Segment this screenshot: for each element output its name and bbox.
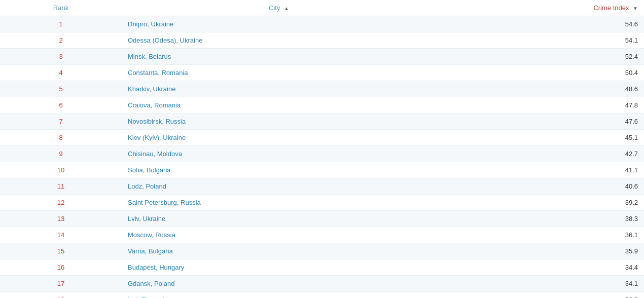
crime-index-cell: 52.4 — [436, 49, 644, 65]
crime-sort-arrow: ▼ — [633, 6, 638, 11]
rank-cell: 2 — [0, 32, 122, 49]
table-row: 4Constanta, Romania50.4 — [0, 65, 644, 81]
city-sort-arrow: ▲ — [284, 6, 289, 11]
table-row: 5Kharkiv, Ukraine48.6 — [0, 81, 644, 97]
crime-index-cell: 50.4 — [436, 65, 644, 81]
crime-index-cell: 47.8 — [436, 97, 644, 114]
table-row: 1Dnipro, Ukraine54.6 — [0, 16, 644, 32]
table-row: 18Iasi, Romania33.3 — [0, 292, 644, 299]
table-body: 1Dnipro, Ukraine54.62Odessa (Odesa), Ukr… — [0, 16, 644, 299]
city-cell[interactable]: Lviv, Ukraine — [122, 211, 436, 227]
rank-cell: 3 — [0, 49, 122, 65]
table-row: 7Novosibirsk, Russia47.6 — [0, 114, 644, 130]
rank-cell: 5 — [0, 81, 122, 97]
table-row: 14Moscow, Russia36.1 — [0, 227, 644, 243]
table-row: 13Lviv, Ukraine38.3 — [0, 211, 644, 227]
table-row: 6Craiova, Romania47.8 — [0, 97, 644, 114]
rank-cell: 16 — [0, 259, 122, 276]
table-row: 9Chisinau, Moldova42.7 — [0, 146, 644, 162]
crime-index-cell: 36.1 — [436, 227, 644, 243]
city-cell[interactable]: Lodz, Poland — [122, 178, 436, 195]
city-cell[interactable]: Novosibirsk, Russia — [122, 114, 436, 130]
rank-cell: 12 — [0, 195, 122, 211]
rank-cell: 8 — [0, 130, 122, 146]
rank-cell: 6 — [0, 97, 122, 114]
table-row: 16Budapest, Hungary34.4 — [0, 259, 644, 276]
table-row: 2Odessa (Odesa), Ukraine54.1 — [0, 32, 644, 49]
rank-cell: 18 — [0, 292, 122, 299]
city-cell[interactable]: Gdansk, Poland — [122, 276, 436, 292]
city-cell[interactable]: Chisinau, Moldova — [122, 146, 436, 162]
city-cell[interactable]: Dnipro, Ukraine — [122, 16, 436, 32]
city-cell[interactable]: Sofia, Bulgaria — [122, 162, 436, 178]
city-cell[interactable]: Constanta, Romania — [122, 65, 436, 81]
crime-index-cell: 33.3 — [436, 292, 644, 299]
rank-cell: 9 — [0, 146, 122, 162]
crime-index-cell: 54.1 — [436, 32, 644, 49]
crime-index-cell: 41.1 — [436, 162, 644, 178]
table-row: 17Gdansk, Poland34.1 — [0, 276, 644, 292]
rank-cell: 15 — [0, 243, 122, 259]
city-cell[interactable]: Saint Petersburg, Russia — [122, 195, 436, 211]
crime-index-cell: 42.7 — [436, 146, 644, 162]
city-cell[interactable]: Kiev (Kyiv), Ukraine — [122, 130, 436, 146]
rank-cell: 14 — [0, 227, 122, 243]
city-cell[interactable]: Craiova, Romania — [122, 97, 436, 114]
crime-index-table: Rank City ▲ Crime Index ▼ 1Dnipro, Ukrai… — [0, 0, 644, 298]
rank-cell: 10 — [0, 162, 122, 178]
table-row: 12Saint Petersburg, Russia39.2 — [0, 195, 644, 211]
table-row: 15Varna, Bulgaria35.9 — [0, 243, 644, 259]
table-row: 10Sofia, Bulgaria41.1 — [0, 162, 644, 178]
city-cell[interactable]: Kharkiv, Ukraine — [122, 81, 436, 97]
city-cell[interactable]: Odessa (Odesa), Ukraine — [122, 32, 436, 49]
table-row: 3Minsk, Belarus52.4 — [0, 49, 644, 65]
rank-cell: 7 — [0, 114, 122, 130]
crime-index-cell: 47.6 — [436, 114, 644, 130]
crime-index-cell: 45.1 — [436, 130, 644, 146]
crime-index-cell: 54.6 — [436, 16, 644, 32]
city-cell[interactable]: Varna, Bulgaria — [122, 243, 436, 259]
table-header-row: Rank City ▲ Crime Index ▼ — [0, 0, 644, 16]
rank-cell: 1 — [0, 16, 122, 32]
table-row: 8Kiev (Kyiv), Ukraine45.1 — [0, 130, 644, 146]
rank-cell: 13 — [0, 211, 122, 227]
city-column-header[interactable]: City ▲ — [122, 0, 436, 16]
crime-index-cell: 39.2 — [436, 195, 644, 211]
crime-index-cell: 34.4 — [436, 259, 644, 276]
city-cell[interactable]: Minsk, Belarus — [122, 49, 436, 65]
crime-index-column-header[interactable]: Crime Index ▼ — [436, 0, 644, 16]
city-cell[interactable]: Budapest, Hungary — [122, 259, 436, 276]
rank-cell: 11 — [0, 178, 122, 195]
crime-index-cell: 40.6 — [436, 178, 644, 195]
rank-cell: 4 — [0, 65, 122, 81]
city-cell[interactable]: Moscow, Russia — [122, 227, 436, 243]
crime-index-cell: 38.3 — [436, 211, 644, 227]
rank-cell: 17 — [0, 276, 122, 292]
crime-index-cell: 35.9 — [436, 243, 644, 259]
rank-column-header[interactable]: Rank — [0, 0, 122, 16]
city-cell[interactable]: Iasi, Romania — [122, 292, 436, 299]
crime-index-cell: 34.1 — [436, 276, 644, 292]
table-row: 11Lodz, Poland40.6 — [0, 178, 644, 195]
crime-index-cell: 48.6 — [436, 81, 644, 97]
